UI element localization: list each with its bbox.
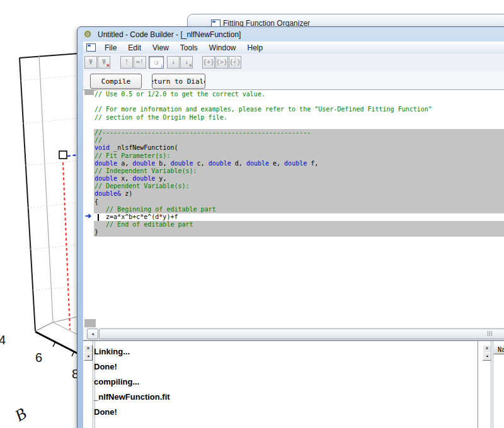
action-row: Compile eturn to Dialo: [83, 71, 504, 90]
compile-button[interactable]: Compile: [90, 74, 142, 89]
code-token: // For more information and examples, pl…: [94, 106, 432, 113]
code-line[interactable]: // End of editable part: [94, 221, 504, 228]
code-token: // Dependent Variable(s):: [94, 183, 190, 189]
code-token: e,: [269, 160, 284, 167]
output-splitter[interactable]: [93, 341, 93, 428]
scroll-left-arrow[interactable]: ◂: [87, 329, 98, 339]
scrollbar-grip: [488, 331, 495, 336]
watch-collapse-button[interactable]: ◂: [483, 352, 491, 361]
cancel-build-icon-overlay: ×: [189, 63, 192, 69]
code-line[interactable]: // Independent Variable(s):: [94, 167, 504, 175]
code-line[interactable]: // section of the Origin Help file.: [94, 114, 504, 121]
horizontal-scrollbar[interactable]: ◂: [83, 327, 504, 341]
code-line[interactable]: //--------------------------------------…: [94, 129, 504, 137]
braces-plus-icon[interactable]: {+}: [202, 56, 215, 69]
text-caret: [98, 214, 99, 221]
code-line[interactable]: double a, double b, double c, double d, …: [94, 160, 504, 167]
download-arrow-icon[interactable]: ↓: [167, 56, 180, 69]
menu-window[interactable]: Window: [203, 43, 242, 52]
menu-edit[interactable]: Edit: [122, 43, 147, 52]
code-line[interactable]: double& z): [94, 190, 504, 198]
code-token: double: [170, 160, 193, 167]
build-icon-overlay: ↓: [161, 63, 164, 69]
code-builder-titlebar[interactable]: ⚙ Untitled - Code Builder - [_nlfNewFunc…: [79, 28, 504, 41]
code-token: void: [94, 144, 110, 151]
code-builder-title: Untitled - Code Builder - [_nlfNewFuncti…: [98, 30, 241, 39]
toolbar-separator: [235, 56, 236, 67]
code-token: {: [94, 198, 98, 205]
code-line[interactable]: double x, double y,: [94, 175, 504, 183]
build-icon[interactable]: ❏↓: [149, 56, 164, 69]
menu-help[interactable]: Help: [242, 43, 269, 52]
braces-step-in-icon[interactable]: {>}: [215, 56, 228, 69]
compile-multiple-icon-glyph: =!: [136, 59, 144, 65]
panel-divider[interactable]: [478, 341, 478, 428]
output-collapse-button[interactable]: ◂: [84, 352, 93, 361]
code-token: // Fit Parameter(s):: [94, 152, 170, 159]
code-token: b,: [155, 160, 170, 167]
code-token: y,: [155, 175, 166, 182]
hand-icon[interactable]: Ψ: [84, 56, 97, 69]
code-token: double: [94, 160, 117, 167]
code-token: }: [94, 228, 98, 235]
square-marker: [59, 151, 67, 159]
code-token: // Independent Variable(s):: [94, 167, 197, 174]
code-line[interactable]: // Beginning of editable part: [94, 206, 504, 213]
hand-icon-glyph: Ψ: [89, 59, 93, 65]
menu-bar: File Edit View Tools Window Help: [83, 42, 504, 54]
code-token: f,: [307, 160, 318, 167]
code-builder-content: File Edit View Tools Window Help ΨΨ×!=!❏…: [83, 42, 504, 428]
cancel-build-icon-glyph: ↓: [185, 59, 188, 65]
code-token: // Use 0.5 or 1/2.0 to get the correct v…: [94, 91, 265, 98]
code-token: x,: [117, 175, 132, 182]
code-token: double: [209, 160, 231, 167]
editor-margin-bottom-box: [84, 319, 96, 327]
mdi-document-icon: [86, 43, 96, 52]
code-line[interactable]: // Use 0.5 or 1/2.0 to get the correct v…: [94, 91, 504, 98]
code-token: d,: [231, 160, 246, 167]
compile-icon-glyph: !: [125, 59, 129, 65]
download-arrow-icon-glyph: ↓: [171, 59, 175, 65]
scrollbar-thumb[interactable]: [99, 329, 504, 339]
output-line: Done!: [94, 405, 170, 420]
code-token: //--------------------------------------…: [94, 129, 311, 136]
code-line[interactable]: // Fit Parameter(s):: [94, 152, 504, 160]
code-token: a,: [117, 160, 132, 167]
watch-splitter[interactable]: [491, 341, 491, 428]
return-to-dialog-button[interactable]: eturn to Dialo: [152, 74, 205, 89]
code-line[interactable]: [94, 121, 504, 129]
code-line[interactable]: // Dependent Variable(s):: [94, 183, 504, 190]
menu-file[interactable]: File: [99, 43, 122, 52]
axis-tick-label-6: 6: [35, 351, 42, 365]
output-line: _nlfNewFunction.fit: [94, 390, 170, 405]
code-token: double: [246, 160, 269, 167]
code-token: // Beginning of editable part: [94, 206, 216, 213]
code-token: z): [121, 190, 132, 197]
no-hand-icon-overlay: ×: [106, 63, 110, 69]
code-line[interactable]: //: [94, 137, 504, 144]
debug-toolbar: ΨΨ×!=!❏↓↓↓×{+}{>}{<}: [83, 54, 504, 72]
code-token: //: [94, 137, 102, 144]
code-builder-window[interactable]: ⚙ Untitled - Code Builder - [_nlfNewFunc…: [77, 26, 504, 428]
menu-tools[interactable]: Tools: [175, 43, 203, 52]
code-token: _nlsfNewFunction(: [110, 144, 178, 151]
cancel-build-icon[interactable]: ↓×: [180, 56, 193, 69]
code-line[interactable]: }: [94, 228, 504, 236]
output-line: Linking...: [94, 344, 170, 359]
watch-name-column-header[interactable]: Name: [493, 344, 504, 354]
build-icon-glyph: ❏: [154, 59, 158, 65]
menu-view[interactable]: View: [147, 43, 175, 52]
code-token: double: [132, 175, 155, 182]
code-line[interactable]: {: [94, 198, 504, 206]
code-line[interactable]: // For more information and examples, pl…: [94, 106, 504, 113]
code-line[interactable]: void _nlsfNewFunction(: [94, 144, 504, 152]
no-hand-icon[interactable]: Ψ×: [98, 56, 110, 69]
code-token: z=a*x^b+c*e^(d*y)+f: [94, 213, 178, 220]
code-editor[interactable]: // Use 0.5 or 1/2.0 to get the correct v…: [83, 89, 504, 328]
code-line[interactable]: z=a*x^b+c*e^(d*y)+f: [94, 213, 504, 221]
compile-multiple-icon[interactable]: =!: [134, 56, 146, 69]
compile-icon[interactable]: !: [120, 56, 133, 69]
code-token: double: [132, 160, 155, 167]
code-line[interactable]: [94, 98, 504, 106]
braces-step-in-icon-glyph: {>}: [216, 59, 227, 65]
